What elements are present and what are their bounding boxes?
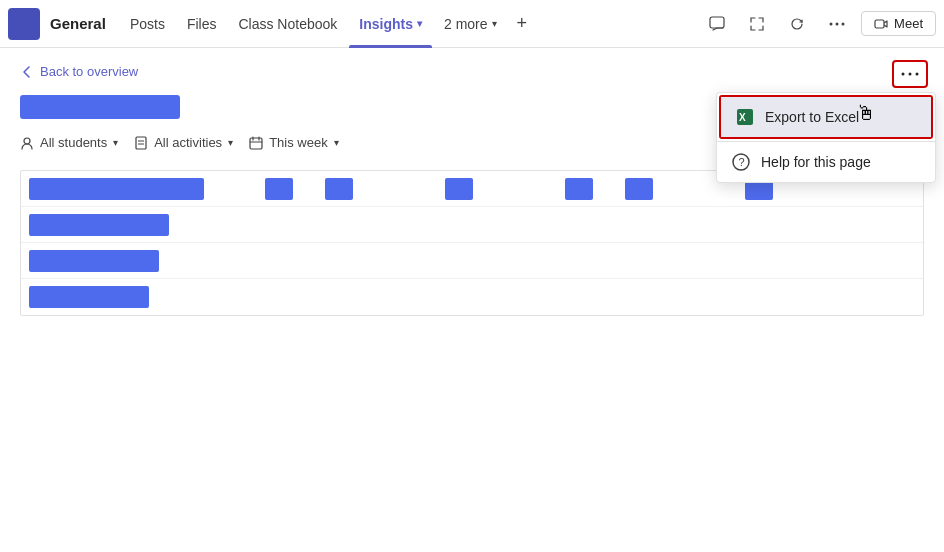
more-options-button[interactable] — [892, 60, 928, 88]
svg-point-5 — [24, 138, 30, 144]
chat-icon-button[interactable] — [701, 8, 733, 40]
chart-dot-cell — [249, 178, 309, 200]
students-filter[interactable]: All students ▾ — [20, 135, 118, 150]
tab-class-notebook[interactable]: Class Notebook — [228, 0, 347, 48]
chart-dot-cell — [609, 178, 669, 200]
svg-text:X: X — [739, 112, 746, 123]
chart-bar-cell — [21, 246, 241, 276]
dropdown-menu: X Export to Excel ? Help for this page — [716, 92, 936, 183]
back-to-overview[interactable]: Back to overview — [20, 64, 924, 79]
refresh-icon-button[interactable] — [781, 8, 813, 40]
svg-point-14 — [909, 73, 912, 76]
chart-bar-cell — [21, 210, 241, 240]
tab-more[interactable]: 2 more ▾ — [434, 0, 507, 48]
app-icon — [8, 8, 40, 40]
svg-rect-6 — [136, 137, 146, 149]
chart-bar — [29, 250, 159, 272]
chart-dot — [625, 178, 653, 200]
chart-bar-cell — [21, 282, 241, 312]
activities-filter[interactable]: All activities ▾ — [134, 135, 233, 150]
chart-bar — [29, 178, 204, 200]
chart-dot — [565, 178, 593, 200]
chart-dot — [325, 178, 353, 200]
svg-point-1 — [830, 22, 833, 25]
topbar: General Posts Files Class Notebook Insig… — [0, 0, 944, 48]
chart-row — [21, 207, 923, 243]
chart-bar — [29, 214, 169, 236]
chart-dot-cell — [549, 178, 609, 200]
tab-posts[interactable]: Posts — [120, 0, 175, 48]
meet-button[interactable]: Meet — [861, 11, 936, 36]
chart-bar — [29, 286, 149, 308]
channel-name: General — [50, 15, 106, 32]
period-chevron: ▾ — [334, 137, 339, 148]
chart-row — [21, 243, 923, 279]
activities-chevron: ▾ — [228, 137, 233, 148]
chart-dot — [265, 178, 293, 200]
svg-text:?: ? — [739, 156, 745, 168]
expand-icon-button[interactable] — [741, 8, 773, 40]
tab-insights[interactable]: Insights ▾ — [349, 0, 432, 48]
chart-dot-cell — [309, 178, 369, 200]
nav-tabs: Posts Files Class Notebook Insights ▾ 2 … — [120, 0, 535, 47]
export-to-excel-item[interactable]: X Export to Excel — [721, 97, 931, 137]
ellipsis-icon-button[interactable] — [821, 8, 853, 40]
svg-point-15 — [916, 73, 919, 76]
chart-area — [20, 170, 924, 316]
chart-bar-cell — [21, 174, 241, 204]
chart-dot — [445, 178, 473, 200]
export-wrapper: X Export to Excel — [719, 95, 933, 139]
page-title-placeholder — [20, 95, 180, 119]
topbar-right: Meet — [701, 8, 936, 40]
svg-point-3 — [842, 22, 845, 25]
svg-rect-9 — [250, 138, 262, 149]
help-for-page-item[interactable]: ? Help for this page — [717, 142, 935, 182]
content-area: Back to overview All students ▾ All acti… — [0, 48, 944, 552]
svg-point-2 — [836, 22, 839, 25]
insights-chevron: ▾ — [417, 18, 422, 29]
more-chevron: ▾ — [492, 18, 497, 29]
chart-row — [21, 279, 923, 315]
students-chevron: ▾ — [113, 137, 118, 148]
add-tab-button[interactable]: + — [509, 0, 536, 48]
help-icon: ? — [731, 152, 751, 172]
svg-point-13 — [902, 73, 905, 76]
period-filter[interactable]: This week ▾ — [249, 135, 339, 150]
chart-dot-cell — [429, 178, 489, 200]
svg-rect-4 — [875, 20, 884, 28]
main-panel: Back to overview All students ▾ All acti… — [0, 48, 944, 552]
svg-rect-0 — [710, 17, 724, 28]
tab-files[interactable]: Files — [177, 0, 227, 48]
excel-icon: X — [735, 107, 755, 127]
